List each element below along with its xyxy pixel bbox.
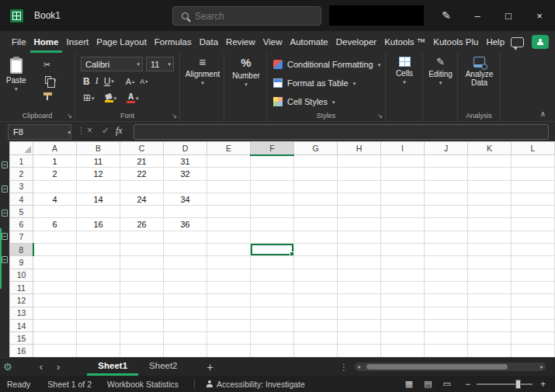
- cell-C10[interactable]: [120, 269, 164, 281]
- cell-J13[interactable]: [425, 307, 468, 319]
- cell-C11[interactable]: [120, 281, 164, 293]
- styles-dialog-launcher[interactable]: ↘: [377, 113, 383, 120]
- normal-view-button[interactable]: ▦: [405, 379, 413, 389]
- row-header-2[interactable]: 2: [10, 168, 33, 180]
- cell-C15[interactable]: [120, 332, 164, 345]
- column-header-L[interactable]: L: [512, 142, 555, 155]
- name-box[interactable]: F8 ▾: [8, 124, 71, 140]
- cell-J8[interactable]: [425, 244, 468, 256]
- cell-E16[interactable]: [207, 345, 251, 357]
- cell-G13[interactable]: [294, 307, 338, 319]
- cell-L13[interactable]: [512, 307, 555, 319]
- cell-F8[interactable]: [251, 244, 294, 256]
- fill-color-button[interactable]: ▾: [102, 93, 120, 103]
- ribbon-tab-page-layout[interactable]: Page Layout: [92, 33, 151, 53]
- cell-D13[interactable]: [164, 307, 207, 319]
- column-header-C[interactable]: C: [120, 142, 164, 155]
- cell-C1[interactable]: 21: [120, 155, 164, 168]
- cell-C4[interactable]: 24: [120, 193, 164, 205]
- cell-G16[interactable]: [294, 345, 338, 357]
- worksheet-pane-icon[interactable]: [2, 186, 8, 193]
- cell-A7[interactable]: [33, 231, 77, 243]
- ribbon-tab-formulas[interactable]: Formulas: [151, 33, 196, 53]
- cell-H12[interactable]: [338, 294, 381, 307]
- cell-B13[interactable]: [77, 307, 120, 319]
- cell-F6[interactable]: [251, 218, 294, 231]
- select-all-button[interactable]: [10, 142, 33, 155]
- maximize-button[interactable]: □: [493, 0, 524, 31]
- font-dialog-launcher[interactable]: ↘: [172, 113, 177, 120]
- cell-L9[interactable]: [512, 256, 555, 269]
- format-as-table-button[interactable]: Format as Table ▾: [273, 78, 356, 88]
- cell-F15[interactable]: [251, 332, 294, 345]
- row-header-8[interactable]: 8: [10, 244, 33, 256]
- cell-E3[interactable]: [207, 180, 251, 193]
- cell-B8[interactable]: [77, 244, 120, 256]
- cell-A6[interactable]: 6: [33, 218, 77, 231]
- cell-C3[interactable]: [120, 180, 164, 193]
- ribbon-tab-review[interactable]: Review: [222, 33, 259, 53]
- cell-B6[interactable]: 16: [77, 218, 120, 231]
- cell-K15[interactable]: [468, 332, 512, 345]
- comments-icon[interactable]: [511, 37, 524, 47]
- search-box[interactable]: [172, 6, 321, 26]
- cell-G8[interactable]: [294, 244, 338, 256]
- cell-E4[interactable]: [207, 193, 251, 205]
- cell-L15[interactable]: [512, 332, 555, 345]
- cell-F2[interactable]: [251, 168, 294, 180]
- share-button[interactable]: [532, 35, 549, 49]
- cell-D1[interactable]: 31: [164, 155, 207, 168]
- cell-G11[interactable]: [294, 281, 338, 293]
- borders-button[interactable]: ⊞▾: [81, 92, 97, 104]
- cell-H8[interactable]: [338, 244, 381, 256]
- column-header-I[interactable]: I: [381, 142, 425, 155]
- row-header-9[interactable]: 9: [10, 256, 33, 269]
- cell-F11[interactable]: [251, 281, 294, 293]
- cell-F4[interactable]: [251, 193, 294, 205]
- cell-G5[interactable]: [294, 206, 338, 218]
- cell-H1[interactable]: [338, 155, 381, 168]
- zoom-slider[interactable]: [477, 383, 532, 385]
- cell-K1[interactable]: [468, 155, 512, 168]
- cell-I11[interactable]: [381, 281, 425, 293]
- cell-A15[interactable]: [33, 332, 77, 345]
- cell-F7[interactable]: [251, 231, 294, 243]
- cell-J12[interactable]: [425, 294, 468, 307]
- cell-I7[interactable]: [381, 231, 425, 243]
- cell-F16[interactable]: [251, 345, 294, 357]
- next-sheet-button[interactable]: ›: [50, 361, 67, 373]
- cell-L7[interactable]: [512, 231, 555, 243]
- accessibility-status-button[interactable]: Accessibility: Investigate: [217, 380, 305, 389]
- cell-L16[interactable]: [512, 345, 555, 357]
- ribbon-tab-view[interactable]: View: [259, 33, 286, 53]
- cell-H10[interactable]: [338, 269, 381, 281]
- cell-J10[interactable]: [425, 269, 468, 281]
- cell-L8[interactable]: [512, 244, 555, 256]
- cell-H4[interactable]: [338, 193, 381, 205]
- cell-L3[interactable]: [512, 180, 555, 193]
- cell-L10[interactable]: [512, 269, 555, 281]
- cell-K12[interactable]: [468, 294, 512, 307]
- analyze-data-button[interactable]: AnalyzeData: [462, 57, 497, 87]
- cell-C14[interactable]: [120, 319, 164, 331]
- column-header-G[interactable]: G: [294, 142, 338, 155]
- scrollbar-thumb[interactable]: [366, 364, 508, 369]
- ribbon-tab-home[interactable]: Home: [30, 33, 63, 53]
- cell-E14[interactable]: [207, 319, 251, 331]
- ribbon-tab-help[interactable]: Help: [482, 33, 508, 53]
- cell-E11[interactable]: [207, 281, 251, 293]
- cell-C16[interactable]: [120, 345, 164, 357]
- cell-G15[interactable]: [294, 332, 338, 345]
- cell-J3[interactable]: [425, 180, 468, 193]
- cell-E10[interactable]: [207, 269, 251, 281]
- cell-D16[interactable]: [164, 345, 207, 357]
- cell-L14[interactable]: [512, 319, 555, 331]
- decrease-font-size-button[interactable]: A▾: [137, 77, 150, 86]
- cell-E12[interactable]: [207, 294, 251, 307]
- row-header-10[interactable]: 10: [10, 269, 33, 281]
- cell-L12[interactable]: [512, 294, 555, 307]
- cell-I8[interactable]: [381, 244, 425, 256]
- workbook-statistics-button[interactable]: Workbook Statistics: [107, 380, 179, 389]
- cell-A3[interactable]: [33, 180, 77, 193]
- cell-I16[interactable]: [381, 345, 425, 357]
